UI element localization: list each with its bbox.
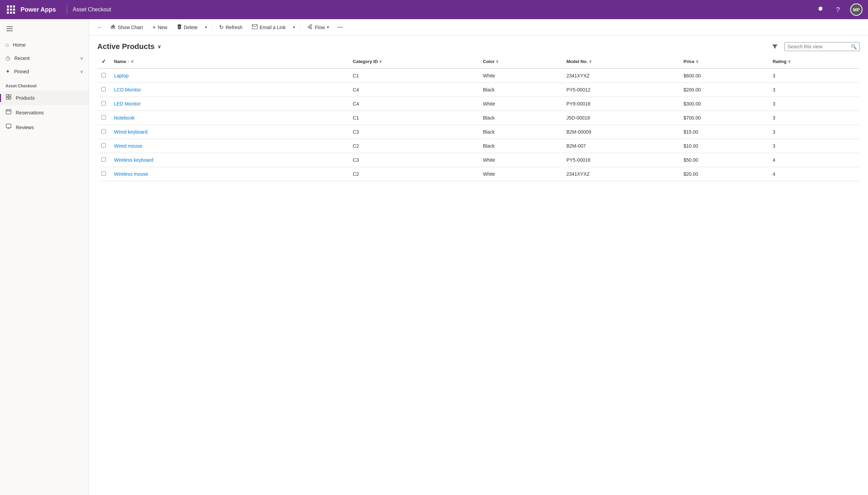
- reservations-label: Reservations: [16, 110, 44, 115]
- list-title: Active Products ∨: [97, 42, 161, 51]
- row-checkbox-3[interactable]: [97, 111, 110, 125]
- select-all-header[interactable]: ✓: [97, 55, 110, 69]
- recent-label: Recent: [14, 55, 76, 61]
- row-checkbox-2[interactable]: [97, 97, 110, 111]
- row-color-4: Black: [479, 125, 562, 139]
- row-name-link-5[interactable]: Wired mouse: [114, 143, 142, 149]
- row-name-link-4[interactable]: Wired keyboard: [114, 129, 148, 135]
- row-color-1: Black: [479, 83, 562, 97]
- sidebar-item-reviews[interactable]: Reviews: [0, 120, 89, 135]
- row-checkbox-6[interactable]: [97, 153, 110, 167]
- topbar: Power Apps Asset Checkout ? MP: [0, 0, 868, 19]
- row-name-link-2[interactable]: LED Monitor: [114, 101, 141, 107]
- row-checkbox-4[interactable]: [97, 125, 110, 139]
- content-area: ← Show Chart + New Delet: [89, 19, 868, 495]
- sidebar-item-products[interactable]: Products: [0, 90, 89, 105]
- table-row: LED Monitor C4 White PY9-00018 $300.00 3: [97, 97, 860, 111]
- row-checkbox-7[interactable]: [97, 167, 110, 181]
- row-price-6: $50.00: [679, 153, 768, 167]
- list-title-chevron-icon[interactable]: ∨: [158, 44, 161, 49]
- row-color-2: White: [479, 97, 562, 111]
- delete-label: Delete: [184, 25, 198, 30]
- row-checkbox-0[interactable]: [97, 69, 110, 83]
- row-model-1: PY5-00012: [562, 83, 679, 97]
- row-name-3: Notebook: [110, 111, 349, 125]
- email-link-button[interactable]: Email a Link: [248, 22, 290, 32]
- more-icon: ⋯: [337, 24, 343, 30]
- table-row: Wireless keyboard C3 White PY5-00018 $50…: [97, 153, 860, 167]
- name-column-header[interactable]: Name ↑ ∨: [110, 55, 349, 69]
- new-icon: +: [152, 24, 155, 30]
- svg-rect-4: [6, 110, 11, 114]
- toolbar-separator-2: [300, 23, 300, 32]
- table-header-row: ✓ Name ↑ ∨ Category ID: [97, 55, 860, 69]
- reviews-label: Reviews: [16, 125, 34, 130]
- row-price-1: $200.00: [679, 83, 768, 97]
- list-header: Active Products ∨ 🔍: [89, 36, 868, 55]
- show-chart-label: Show Chart: [118, 25, 143, 30]
- sidebar-item-pinned[interactable]: ✦ Pinned ∨: [0, 65, 89, 78]
- row-color-3: Black: [479, 111, 562, 125]
- waffle-menu-button[interactable]: [5, 4, 16, 15]
- row-category-1: C4: [349, 83, 479, 97]
- flow-button[interactable]: Flow ▾: [303, 22, 333, 33]
- row-price-7: $20.00: [679, 167, 768, 181]
- row-checkbox-1[interactable]: [97, 83, 110, 97]
- refresh-button[interactable]: ↻ Refresh: [215, 22, 247, 33]
- row-rating-0: 3: [768, 69, 860, 83]
- table-row: Wired mouse C2 Black B2M-007 $10.00 3: [97, 139, 860, 153]
- row-name-link-1[interactable]: LCD Monitor: [114, 87, 141, 92]
- row-rating-6: 4: [768, 153, 860, 167]
- toolbar: ← Show Chart + New Delet: [89, 19, 868, 36]
- row-category-6: C3: [349, 153, 479, 167]
- delete-chevron-button[interactable]: ▾: [203, 23, 209, 32]
- rating-label: Rating: [772, 59, 786, 64]
- table-row: Wireless mouse C2 White 2341XYXZ $20.00 …: [97, 167, 860, 181]
- row-category-2: C4: [349, 97, 479, 111]
- sidebar-item-reservations[interactable]: Reservations: [0, 105, 89, 120]
- email-link-label: Email a Link: [260, 25, 286, 30]
- flow-chevron-icon: ▾: [327, 25, 329, 29]
- name-sort-chevron-icon: ∨: [131, 59, 134, 64]
- row-rating-7: 4: [768, 167, 860, 181]
- delete-button[interactable]: Delete: [173, 22, 202, 33]
- table-body: Laptop C1 White 2341XYXZ $600.00 3 LCD M…: [97, 69, 860, 181]
- new-button[interactable]: + New: [148, 22, 171, 33]
- row-name-link-7[interactable]: Wireless mouse: [114, 171, 148, 177]
- row-category-7: C2: [349, 167, 479, 181]
- row-checkbox-5[interactable]: [97, 139, 110, 153]
- row-name-link-3[interactable]: Notebook: [114, 115, 135, 121]
- rating-column-header[interactable]: Rating ∨: [768, 55, 860, 69]
- sidebar-item-recent[interactable]: ◷ Recent ∨: [0, 51, 89, 65]
- show-chart-button[interactable]: Show Chart: [106, 22, 147, 33]
- svg-rect-1: [9, 95, 11, 97]
- category-id-column-header[interactable]: Category ID ∨: [349, 55, 479, 69]
- flow-label: Flow: [315, 25, 325, 30]
- row-color-6: White: [479, 153, 562, 167]
- row-rating-5: 3: [768, 139, 860, 153]
- help-button[interactable]: ?: [832, 4, 843, 15]
- hamburger-menu-button[interactable]: [3, 21, 16, 37]
- model-no-column-header[interactable]: Model No. ∨: [562, 55, 679, 69]
- topbar-icons: ? MP: [815, 3, 863, 16]
- home-label: Home: [13, 42, 83, 48]
- table-row: Laptop C1 White 2341XYXZ $600.00 3: [97, 69, 860, 83]
- more-options-button[interactable]: ⋯: [335, 22, 345, 33]
- back-button[interactable]: ←: [95, 23, 105, 32]
- row-model-7: 2341XYXZ: [562, 167, 679, 181]
- row-name-link-0[interactable]: Laptop: [114, 73, 129, 78]
- user-avatar[interactable]: MP: [850, 3, 863, 16]
- row-rating-4: 3: [768, 125, 860, 139]
- search-input[interactable]: [788, 44, 848, 49]
- sidebar-item-home[interactable]: ⌂ Home: [0, 38, 89, 51]
- row-rating-1: 3: [768, 83, 860, 97]
- row-category-5: C2: [349, 139, 479, 153]
- settings-button[interactable]: [815, 4, 826, 15]
- model-no-label: Model No.: [566, 59, 588, 64]
- products-label: Products: [16, 95, 35, 101]
- filter-button[interactable]: [769, 41, 780, 52]
- color-column-header[interactable]: Color ∨: [479, 55, 562, 69]
- price-column-header[interactable]: Price ∨: [679, 55, 768, 69]
- email-chevron-button[interactable]: ▾: [291, 23, 297, 32]
- row-name-link-6[interactable]: Wireless keyboard: [114, 157, 153, 163]
